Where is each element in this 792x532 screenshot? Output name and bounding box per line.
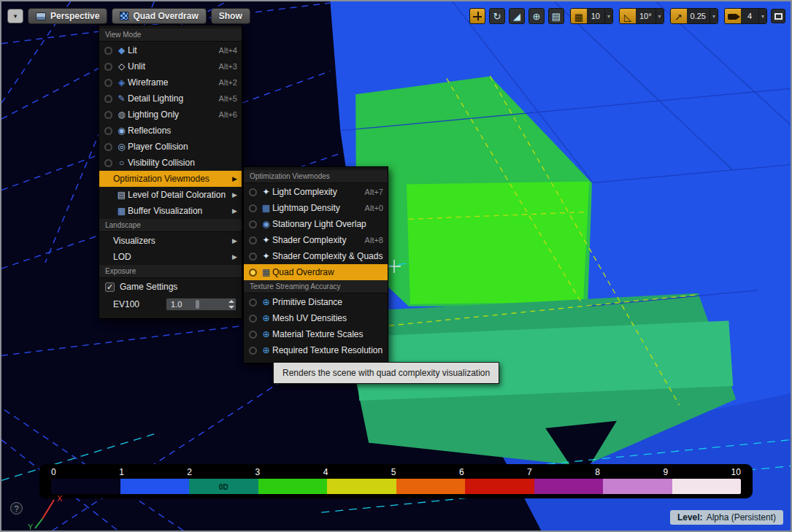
radio-icon bbox=[104, 47, 112, 55]
radio-icon bbox=[104, 111, 112, 119]
rotate-tool-button[interactable]: ↻ bbox=[489, 8, 505, 24]
primitive-distance-icon: ⊕ bbox=[260, 298, 272, 307]
menu-item-quad-overdraw[interactable]: ▦ Quad Overdraw bbox=[244, 264, 388, 280]
menu-item-lighting-only[interactable]: ◍ Lighting Only Alt+6 bbox=[99, 107, 242, 123]
checkbox-checked-icon[interactable]: ✓ bbox=[105, 282, 115, 292]
menu-item-material-texture-scales[interactable]: ⊕ Material Texture Scales bbox=[244, 326, 388, 342]
menu-item-label: Material Texture Scales bbox=[272, 329, 383, 339]
grid-snap-dropdown[interactable]: ▾ bbox=[604, 9, 612, 23]
texture-streaming-section-header: Texture Streaming Accuracy bbox=[244, 280, 388, 293]
menu-item-wireframe[interactable]: ◈ Wireframe Alt+2 bbox=[99, 74, 242, 90]
scale-snap-button[interactable]: ↗ bbox=[671, 9, 687, 24]
caret-down-icon: ▾ bbox=[14, 12, 18, 20]
rotation-snap-button[interactable]: ◺ bbox=[620, 9, 636, 24]
camera-speed-button[interactable] bbox=[725, 9, 741, 24]
menu-item-shortcut: Alt+2 bbox=[219, 78, 237, 87]
surface-snap-button[interactable]: ▤ bbox=[548, 8, 564, 24]
submenu-arrow-icon: ▶ bbox=[232, 207, 237, 215]
menu-item-level-of-detail-coloration[interactable]: ▤ Level of Detail Coloration ▶ bbox=[99, 187, 242, 203]
menu-item-unlit[interactable]: ◇ Unlit Alt+3 bbox=[99, 58, 242, 74]
world-local-toggle-button[interactable]: ⊕ bbox=[528, 8, 545, 24]
legend-label: 4 bbox=[323, 467, 328, 477]
menu-item-detail-lighting[interactable]: ✎ Detail Lighting Alt+5 bbox=[99, 90, 242, 107]
camera-speed-dropdown[interactable]: ▾ bbox=[758, 9, 766, 23]
menu-item-primitive-distance[interactable]: ⊕ Primitive Distance bbox=[244, 294, 388, 310]
optimization-viewmodes-submenu: Optimization Viewmodes ✦ Light Complexit… bbox=[243, 166, 388, 363]
rotation-snap-value[interactable]: 10° bbox=[636, 9, 655, 23]
grid-snap-button[interactable]: ▦ bbox=[571, 9, 587, 24]
legend-segment bbox=[51, 479, 120, 494]
menu-item-lod[interactable]: LOD ▶ bbox=[99, 249, 242, 265]
maximize-icon bbox=[774, 13, 783, 20]
view-mode-section-header: View Mode bbox=[99, 28, 242, 42]
menu-item-stationary-light-overlap[interactable]: ◉ Stationary Light Overlap bbox=[244, 216, 388, 232]
grid-snap-value[interactable]: 10 bbox=[587, 9, 604, 23]
menu-item-label: Required Texture Resolution bbox=[272, 345, 383, 355]
spin-down-icon bbox=[228, 306, 234, 309]
menu-item-label: LOD bbox=[113, 252, 228, 262]
menu-item-label: Light Complexity bbox=[272, 187, 358, 197]
rotation-snap-dropdown[interactable]: ▾ bbox=[655, 9, 664, 23]
legend-label: 1 bbox=[119, 467, 124, 477]
view-mode-menu: View Mode ◆ Lit Alt+4 ◇ Unlit Alt+3 ◈ Wi… bbox=[99, 25, 242, 319]
view-mode-button[interactable]: Quad Overdraw bbox=[112, 8, 206, 24]
menu-item-label: Player Collision bbox=[128, 142, 230, 152]
perspective-icon bbox=[36, 12, 46, 20]
menu-item-reflections[interactable]: ◉ Reflections bbox=[99, 123, 242, 139]
menu-item-optimization-viewmodes[interactable]: Optimization Viewmodes ▶ bbox=[99, 171, 242, 187]
viewport-options-button[interactable]: ▾ bbox=[7, 9, 23, 23]
scale-snap-dropdown[interactable]: ▾ bbox=[710, 9, 718, 23]
move-tool-button[interactable] bbox=[469, 8, 485, 24]
menu-item-shortcut: Alt+7 bbox=[365, 188, 383, 196]
camera-icon bbox=[728, 14, 737, 20]
unlit-icon: ◇ bbox=[115, 62, 128, 71]
maximize-viewport-button[interactable] bbox=[771, 9, 785, 23]
chevron-down-icon: ▾ bbox=[658, 13, 661, 20]
legend-segment bbox=[465, 479, 534, 494]
legend-color-bar: 0D bbox=[51, 479, 741, 494]
camera-speed-value[interactable]: 4 bbox=[741, 9, 758, 23]
scale-snap-value[interactable]: 0.25 bbox=[687, 9, 710, 23]
menu-item-shader-complexity[interactable]: ✦ Shader Complexity Alt+8 bbox=[244, 232, 388, 248]
menu-item-visualizers[interactable]: Visualizers ▶ bbox=[99, 233, 242, 249]
menu-item-required-texture-resolution[interactable]: ⊕ Required Texture Resolution bbox=[244, 342, 388, 358]
perspective-button[interactable]: Perspective bbox=[28, 8, 107, 24]
chevron-down-icon: ▾ bbox=[607, 13, 610, 20]
menu-item-mesh-uv-densities[interactable]: ⊕ Mesh UV Densities bbox=[244, 310, 388, 326]
ev100-input[interactable]: 1.0 bbox=[166, 298, 237, 311]
radio-selected-icon bbox=[249, 269, 257, 277]
ev100-slider-handle[interactable] bbox=[196, 300, 199, 309]
menu-item-game-settings[interactable]: ✓ Game Settings bbox=[99, 279, 242, 295]
menu-item-shortcut: Alt+5 bbox=[219, 94, 237, 103]
legend-label: 2 bbox=[187, 467, 192, 477]
quad-overdraw-icon bbox=[120, 12, 128, 20]
menu-item-lit[interactable]: ◆ Lit Alt+4 bbox=[99, 42, 242, 58]
optimization-section-header: Optimization Viewmodes bbox=[244, 170, 388, 183]
view-mode-label: Quad Overdraw bbox=[133, 11, 198, 21]
viewport-toolbar-right: ↻ ◢ ⊕ ▤ ▦ 10 ▾ ◺ 10° ▾ ↗ 0.25 ▾ 4 ▾ bbox=[469, 8, 767, 24]
ev100-spinner[interactable] bbox=[228, 300, 234, 309]
level-indicator: Level:Alpha (Persistent) bbox=[670, 510, 783, 525]
menu-item-label: Reflections bbox=[128, 126, 230, 136]
legend-segment bbox=[327, 479, 396, 494]
scale-tool-button[interactable]: ◢ bbox=[509, 8, 525, 24]
menu-item-lightmap-density[interactable]: ▦ Lightmap Density Alt+0 bbox=[244, 200, 388, 216]
menu-item-buffer-visualization[interactable]: ▦ Buffer Visualization ▶ bbox=[99, 203, 242, 219]
legend-segment bbox=[534, 479, 604, 494]
menu-item-label: Unlit bbox=[128, 61, 212, 72]
menu-item-label: Primitive Distance bbox=[272, 297, 383, 307]
lightmap-density-icon: ▦ bbox=[260, 204, 272, 212]
menu-item-visibility-collision[interactable]: ○ Visibility Collision bbox=[99, 155, 242, 171]
ev100-row: EV100 1.0 bbox=[99, 295, 242, 314]
shader-complexity-quads-icon: ✦ bbox=[260, 252, 272, 261]
menu-item-player-collision[interactable]: ◎ Player Collision bbox=[99, 139, 242, 155]
menu-item-shader-complexity-quads[interactable]: ✦ Shader Complexity & Quads bbox=[244, 248, 388, 264]
radio-icon bbox=[104, 63, 112, 71]
overdraw-legend: 0 1 2 3 4 5 6 7 8 9 10 0D bbox=[39, 464, 753, 498]
show-button[interactable]: Show bbox=[211, 8, 250, 24]
menu-item-label: Shader Complexity bbox=[272, 235, 358, 245]
menu-item-shortcut: Alt+3 bbox=[219, 62, 237, 71]
menu-item-label: Shader Complexity & Quads bbox=[272, 251, 382, 261]
legend-segment bbox=[258, 479, 328, 494]
menu-item-light-complexity[interactable]: ✦ Light Complexity Alt+7 bbox=[244, 184, 388, 200]
